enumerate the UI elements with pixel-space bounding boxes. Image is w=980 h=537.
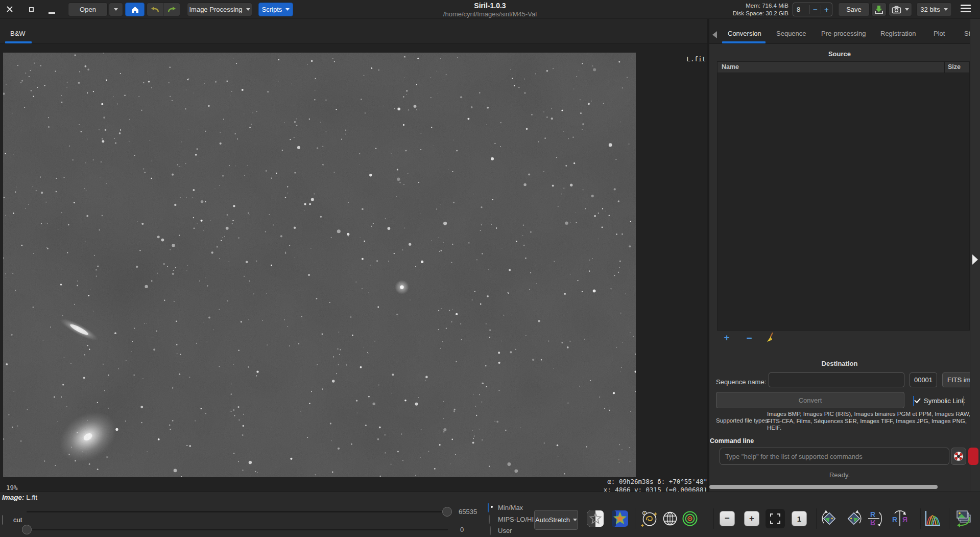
snapshot-button[interactable] [889,3,912,16]
undo-button[interactable] [147,3,163,16]
negative-view-button[interactable] [586,509,605,528]
image-name-row: Image: L.fit [2,494,37,501]
rotate-left-button[interactable] [820,509,839,528]
svg-text:R: R [870,510,875,519]
tab-conversion[interactable]: Conversion [728,30,761,37]
high-value-label: 65535 [459,508,477,516]
bit-depth-dropdown[interactable]: 32 bits [916,3,952,16]
svg-text:R: R [870,519,875,527]
open-recent-dropdown[interactable] [109,3,123,16]
histogram-icon [923,509,942,528]
target-icon [681,509,699,528]
remove-files-button[interactable]: − [744,333,754,344]
broom-icon [766,332,776,343]
tab-plot[interactable]: Plot [934,30,945,37]
minimize-icon[interactable] [49,12,55,14]
notebook-tabs-row: B&W Conversion Sequence Pre-processing R… [0,19,980,44]
minmax-radio[interactable] [488,503,489,512]
open-button[interactable]: Open [68,3,108,16]
command-line-input[interactable] [720,448,949,465]
threads-value[interactable]: 8 [793,6,809,13]
threads-minus-button[interactable]: − [809,5,821,14]
command-line-title: Command line [710,437,754,445]
stretch-mode-dropdown[interactable]: AutoStretch [534,510,578,530]
image-name-label: L.fit [26,494,37,501]
symbolic-link-checkbox[interactable] [913,396,914,406]
photometry-button[interactable] [680,509,700,528]
home-button[interactable] [125,3,145,16]
high-slider-handle[interactable] [442,507,452,517]
false-color-button[interactable] [610,509,630,528]
redo-icon [167,6,177,13]
right-panel: Source Name Size + − Destination Sequenc… [709,44,980,492]
sequence-frames-button[interactable] [953,509,972,528]
threads-spinbox[interactable]: 8 − + [793,3,832,16]
supported-types-label: Supported file types: [716,417,770,424]
low-slider-track[interactable] [27,529,448,530]
resource-info: Mem: 716.4 MiB Disk Space: 30.2 GiB [733,2,788,17]
destination-section-title: Destination [709,360,970,367]
hamburger-menu[interactable] [961,5,971,12]
sequence-name-label: Sequence name: [716,378,766,386]
expand-panel-handle[interactable] [972,254,978,265]
second-checkbox[interactable] [963,396,964,406]
maximize-icon[interactable] [29,7,34,12]
redo-button[interactable] [163,3,180,16]
titlebar: Open Image Processing Scripts Siril-1.0.… [0,0,980,19]
histogram-button[interactable] [923,509,942,528]
help-button[interactable] [951,448,966,465]
add-files-button[interactable]: + [722,332,732,343]
siril-window: Open Image Processing Scripts Siril-1.0.… [0,0,980,537]
low-slider-handle[interactable] [22,525,32,534]
tab-sequence[interactable]: Sequence [776,30,806,37]
start-index-input[interactable]: 00001 [910,372,937,387]
scripts-menu[interactable]: Scripts [258,3,293,16]
working-directory: /home/cyril/Images/siril/M45-Val [443,10,537,18]
lifebuoy-icon [953,451,964,461]
rotate-right-button[interactable] [844,509,864,528]
save-button[interactable]: Save [838,3,870,16]
image-processing-menu[interactable]: Image Processing [187,3,252,16]
stretch-mode-label: AutoStretch [535,516,570,524]
flip-vertical-button[interactable]: R R [866,509,885,528]
stop-button[interactable] [968,448,978,465]
image-prefix-label: Image: [2,494,25,501]
flip-vertical-icon: R R [867,509,883,528]
flip-horizontal-icon: R R [891,509,909,528]
minmax-label: Min/Max [498,504,523,511]
status-label: Ready. [709,471,970,479]
fit-to-window-button[interactable] [766,509,785,528]
convert-button[interactable]: Convert [716,392,904,408]
zoom-one-button[interactable]: 1 [792,511,807,526]
column-header-size[interactable]: Size [945,62,969,73]
flip-horizontal-button[interactable]: R R [890,509,910,528]
sequence-name-input[interactable] [769,372,904,387]
tab-registration[interactable]: Registration [880,30,916,37]
astrometry-button[interactable] [640,509,659,528]
close-icon[interactable] [6,6,13,15]
image-canvas[interactable] [3,53,636,477]
bottom-bar: Image: L.fit cut 65535 0 Min/Max MIPS-LO… [0,492,980,537]
image-viewport: L.fit [0,44,707,492]
zoom-in-button[interactable]: + [744,511,759,526]
threads-plus-button[interactable]: + [821,5,832,14]
low-value-label: 0 [460,526,464,533]
save-as-button[interactable] [871,3,887,16]
tab-pre-processing[interactable]: Pre-processing [821,30,866,37]
panel-hscrollbar[interactable] [709,484,970,489]
cut-label: cut [13,516,22,524]
supported-types-text: Images BMP, Images PIC (IRIS), Images bi… [767,411,980,432]
column-header-name[interactable]: Name [718,62,945,73]
tabs-scroll-left-icon[interactable] [712,31,717,38]
image-processing-label: Image Processing [189,6,242,13]
clear-list-button[interactable] [766,332,776,345]
mips-radio[interactable] [489,515,490,524]
high-slider-track[interactable] [27,511,448,512]
zoom-out-button[interactable]: − [720,511,735,526]
tab-bw[interactable]: B&W [10,30,26,37]
annotations-button[interactable] [660,509,680,528]
source-file-list[interactable]: Name Size [717,61,970,331]
window-title: Siril-1.0.3 [443,2,537,10]
cut-checkbox[interactable] [2,515,3,525]
user-radio[interactable] [490,526,491,535]
